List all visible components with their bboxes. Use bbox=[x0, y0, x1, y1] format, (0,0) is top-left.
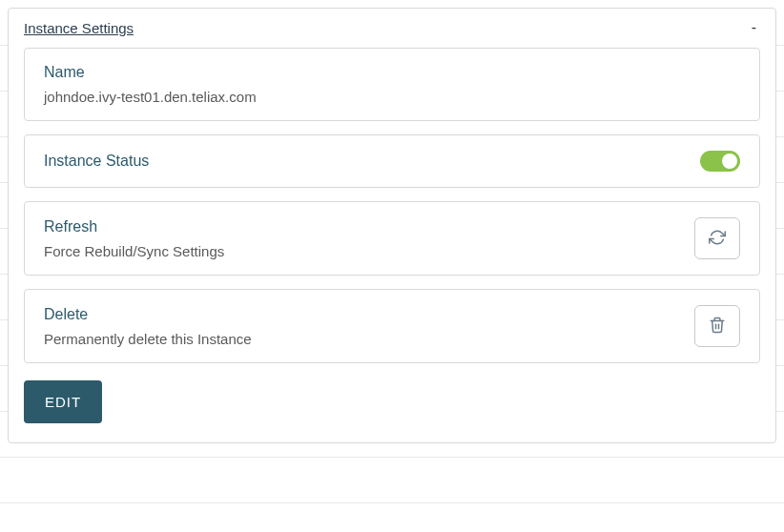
collapse-toggle[interactable]: - bbox=[748, 20, 760, 35]
status-toggle[interactable] bbox=[700, 151, 740, 172]
status-card: Instance Status bbox=[24, 134, 760, 188]
refresh-label: Refresh bbox=[44, 218, 694, 235]
delete-button[interactable] bbox=[694, 305, 740, 347]
name-card: Name johndoe.ivy-test01.den.teliax.com bbox=[24, 48, 760, 121]
panel-header: Instance Settings - bbox=[24, 20, 760, 36]
refresh-description: Force Rebuild/Sync Settings bbox=[44, 243, 694, 259]
panel-title-link[interactable]: Instance Settings bbox=[24, 20, 134, 36]
refresh-button[interactable] bbox=[694, 217, 740, 259]
refresh-card: Refresh Force Rebuild/Sync Settings bbox=[24, 201, 760, 276]
delete-description: Permanently delete this Instance bbox=[44, 331, 694, 347]
name-label: Name bbox=[44, 64, 740, 81]
refresh-icon bbox=[709, 229, 726, 249]
delete-label: Delete bbox=[44, 306, 694, 323]
delete-card: Delete Permanently delete this Instance bbox=[24, 289, 760, 363]
instance-settings-panel: Instance Settings - Name johndoe.ivy-tes… bbox=[8, 8, 776, 443]
name-value: johndoe.ivy-test01.den.teliax.com bbox=[44, 89, 740, 105]
status-label: Instance Status bbox=[44, 153, 700, 170]
edit-button[interactable]: EDIT bbox=[24, 380, 102, 423]
toggle-knob bbox=[722, 153, 737, 169]
trash-icon bbox=[709, 317, 726, 337]
